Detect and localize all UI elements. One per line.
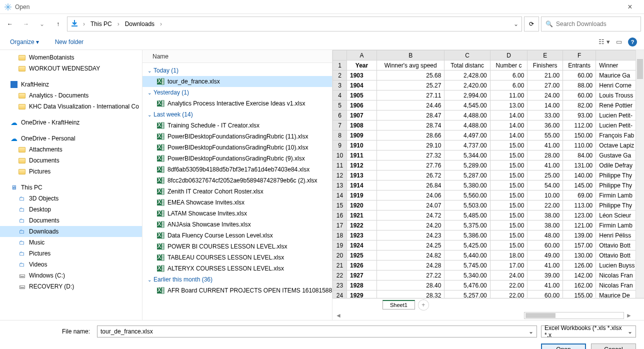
cell[interactable]: 2,994.00 [444,90,490,100]
tree-item[interactable]: KraftHeinz [0,79,142,90]
cell[interactable]: 24.00 [490,270,528,280]
file-row[interactable]: X8fcc2db06327674cf2052ae9b58948742879eb6… [142,175,332,186]
tree-item[interactable]: 🗀Music [0,237,142,248]
cell[interactable]: 1924 [347,240,377,250]
cell[interactable]: 1906 [347,100,377,110]
tree-item[interactable]: Documents [0,155,142,166]
cell[interactable]: 41.00 [528,280,563,290]
cell[interactable]: 126.00 [563,260,596,270]
cell[interactable]: 25.00 [528,170,563,180]
tree-item[interactable]: Analytics - Documents [0,90,142,101]
search-input[interactable] [556,20,636,28]
cell[interactable]: 24.07 [377,200,444,210]
cancel-button[interactable]: Cancel [591,344,636,349]
row-header[interactable]: 11 [333,160,347,170]
cell[interactable]: 1910 [347,140,377,150]
cell[interactable]: 60.00 [528,240,563,250]
cell[interactable]: 24.25 [377,240,444,250]
cell[interactable]: 14.00 [490,130,528,140]
tree-item[interactable]: WomenBotanists [0,52,142,63]
cell[interactable]: 11.00 [490,90,528,100]
breadcrumb-folder[interactable]: Downloads [124,20,156,28]
row-header[interactable]: 23 [333,280,347,290]
cell[interactable]: 1927 [347,270,377,280]
file-row[interactable]: XAFR Board CURRENT PROJECTS OPEN ITEMS 1… [142,285,332,296]
file-row[interactable]: XPowerBIDesktopFoundationsGradingRubric … [142,142,332,153]
view-options-button[interactable]: ☷ ▾ [598,38,610,46]
tree-item[interactable]: WORKOUT WEDNESDAY [0,63,142,74]
column-header[interactable]: F [563,50,596,60]
cell[interactable]: 29.10 [377,140,444,150]
breadcrumb-root[interactable]: This PC [90,20,113,28]
row-header[interactable]: 24 [333,290,347,298]
cell[interactable]: 33.00 [528,110,563,120]
cell[interactable]: 15.00 [490,140,528,150]
tree-item[interactable]: Pictures [0,166,142,177]
address-dropdown[interactable]: ⌄ [514,20,518,28]
cell[interactable]: 15.00 [490,220,528,230]
cell[interactable]: 150.00 [563,130,596,140]
cell[interactable]: 15.00 [490,170,528,180]
cell[interactable]: 24.20 [377,220,444,230]
row-header[interactable]: 12 [333,170,347,180]
cell[interactable]: 28.74 [377,120,444,130]
cell[interactable]: 82.00 [563,100,596,110]
row-header[interactable]: 21 [333,260,347,270]
cell[interactable]: 15.00 [490,240,528,250]
cell[interactable]: 28.66 [377,130,444,140]
file-group-header[interactable]: ⌄Last week (14) [142,109,332,120]
cell[interactable]: 5,503.00 [444,200,490,210]
file-group-header[interactable]: ⌄Yesterday (1) [142,87,332,98]
cell[interactable]: 38.00 [528,210,563,220]
organize-button[interactable]: Organize ▾ [7,36,42,48]
navigation-tree[interactable]: WomenBotanistsWORKOUT WEDNESDAYKraftHein… [0,50,142,320]
cell[interactable]: 24.82 [377,250,444,260]
cell[interactable]: 1920 [347,200,377,210]
cell[interactable]: 17.00 [490,260,528,270]
cell[interactable]: 93.00 [563,110,596,120]
tree-item[interactable]: 🖥This PC [0,182,142,193]
cell[interactable]: 15.00 [490,150,528,160]
row-header[interactable]: 1 [333,60,347,70]
file-row[interactable]: XData Fluency Course Lesson Level.xlsx [142,230,332,241]
file-row[interactable]: XANJAsia Showcase Invites.xlsx [142,219,332,230]
row-header[interactable]: 14 [333,190,347,200]
cell[interactable]: 88.00 [563,80,596,90]
row-header[interactable]: 22 [333,270,347,280]
cell[interactable]: 155.00 [563,290,596,298]
cell[interactable]: 41.00 [528,160,563,170]
file-row[interactable]: XPowerBIDesktopFoundationsGradingRubric … [142,153,332,164]
file-group-header[interactable]: ⌄Today (1) [142,65,332,76]
file-row[interactable]: XEMEA Showcase Invites.xlsx [142,197,332,208]
row-header[interactable]: 18 [333,230,347,240]
vertical-scrollbar[interactable] [636,50,644,298]
cell[interactable]: 5,440.00 [444,250,490,260]
tree-item[interactable]: KHC Data Visualization - International C… [0,101,142,112]
cell[interactable]: 27.76 [377,160,444,170]
cell[interactable]: 4,488.00 [444,110,490,120]
cell[interactable]: 2,428.00 [444,70,490,80]
cell[interactable]: 60.00 [528,290,563,298]
filename-dropdown[interactable]: ⌄ [528,328,534,335]
up-button[interactable]: ↑ [51,17,65,31]
tree-item[interactable]: 🗀Videos [0,259,142,270]
forward-button[interactable]: → [19,17,33,31]
cell[interactable]: 15.00 [490,190,528,200]
cell[interactable]: 5,287.00 [444,170,490,180]
cell[interactable]: 14.00 [528,100,563,110]
cell[interactable]: 1928 [347,280,377,290]
back-button[interactable]: ← [3,17,17,31]
cell[interactable]: 5,340.00 [444,270,490,280]
cell[interactable]: 25.68 [377,70,444,80]
row-header[interactable]: 13 [333,180,347,190]
cell[interactable]: 41.00 [528,140,563,150]
cell[interactable]: 4,488.00 [444,120,490,130]
file-list[interactable]: ⌄Today (1)Xtour_de_france.xlsx⌄Yesterday… [142,63,332,320]
row-header[interactable]: 8 [333,130,347,140]
cell[interactable]: 22.00 [528,200,563,210]
search-box[interactable]: 🔍 [541,16,641,32]
cell[interactable]: 48.00 [528,230,563,240]
cell[interactable]: 1921 [347,210,377,220]
cell[interactable]: 1913 [347,170,377,180]
cell[interactable]: 14.00 [490,120,528,130]
